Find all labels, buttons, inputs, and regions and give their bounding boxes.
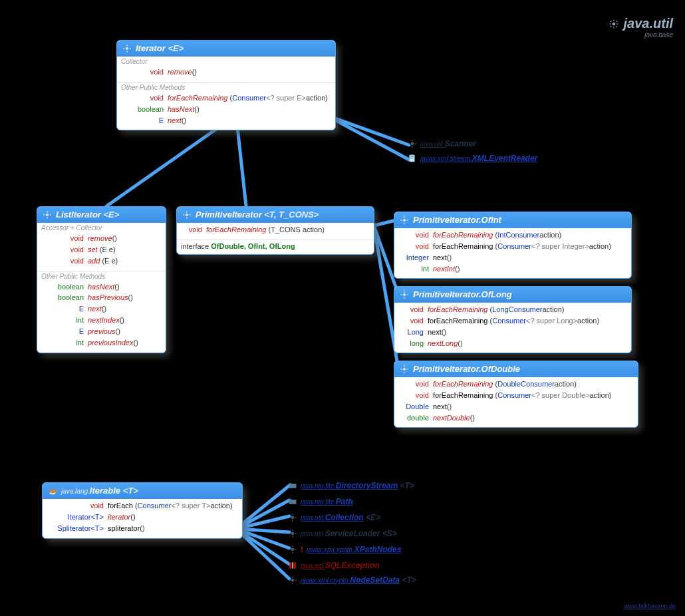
class-name: PrimitiveIterator.OfInt <box>413 215 501 225</box>
class-name: PrimitiveIterator <box>196 210 262 220</box>
method-row[interactable]: voidforEachRemaining (IntConsumer action… <box>397 230 628 241</box>
svg-rect-20 <box>616 25 617 27</box>
method-row[interactable]: booleanhasNext() <box>40 281 163 293</box>
class-box-iterable[interactable]: java.lang.Iterable <T> voidforEach (Cons… <box>42 482 243 539</box>
svg-line-7 <box>236 486 289 529</box>
package-prefix: java.lang. <box>61 488 90 495</box>
method-row[interactable]: intnextIndex() <box>40 315 163 326</box>
method-row[interactable]: Enext() <box>120 115 333 126</box>
ref-directorystream[interactable]: java.nio.file.DirectoryStream <T> <box>287 480 414 490</box>
gear-icon <box>287 544 297 554</box>
ref-xmleventreader[interactable]: javax.xml.stream.XMLEventReader <box>407 153 538 163</box>
method-row[interactable]: intnextInt() <box>397 263 628 275</box>
method-row[interactable]: intpreviousIndex() <box>40 337 163 349</box>
section-label: Collector <box>117 57 335 65</box>
svg-rect-71 <box>295 533 296 534</box>
method-row[interactable]: longnextLong() <box>397 338 628 349</box>
method-row[interactable]: voidset (E e) <box>40 244 163 255</box>
svg-rect-21 <box>616 20 617 21</box>
svg-rect-18 <box>616 23 618 24</box>
gear-icon <box>400 290 409 299</box>
method-row[interactable]: doublenextDouble() <box>397 412 635 424</box>
gear-icon <box>287 575 297 585</box>
ref-serviceloader[interactable]: java.util.ServiceLoader <S> <box>287 528 397 538</box>
class-box-listiterator[interactable]: ListIterator <E> Accessor + Collector vo… <box>37 206 166 353</box>
svg-point-80 <box>291 578 294 581</box>
method-row[interactable]: Iterator<T>iterator() <box>45 512 239 523</box>
credit-link[interactable]: www.falkhausen.de <box>624 603 676 609</box>
svg-point-38 <box>403 218 406 221</box>
svg-rect-17 <box>609 23 611 24</box>
ref-xpathnodes[interactable]: ! javax.xml.xpath.XPathNodes <box>287 544 401 554</box>
method-row[interactable]: voidforEachRemaining (Consumer<? super I… <box>397 241 628 252</box>
svg-rect-81 <box>292 576 293 577</box>
package-title: java.util java.base <box>609 16 673 39</box>
method-row[interactable]: booleanhasPrevious() <box>40 292 163 303</box>
method-row[interactable]: voidforEachRemaining (DoubleConsumer act… <box>397 379 635 390</box>
method-row[interactable]: Doublenext() <box>397 401 635 412</box>
svg-rect-69 <box>292 536 293 537</box>
svg-point-14 <box>612 22 615 25</box>
svg-rect-16 <box>613 27 614 28</box>
svg-rect-74 <box>292 551 293 553</box>
method-row[interactable]: Longnext() <box>397 327 628 338</box>
svg-rect-46 <box>400 294 402 295</box>
svg-rect-32 <box>50 214 51 215</box>
ref-nodesetdata[interactable]: javax.xml.crypto.NodeSetData <T> <box>287 575 416 585</box>
ref-scanner[interactable]: java.util.Scanner <box>407 138 476 148</box>
svg-line-9 <box>236 516 289 529</box>
method-row[interactable]: voidforEachRemaining (Consumer<? super D… <box>397 390 635 401</box>
method-row[interactable]: Enext() <box>40 303 163 315</box>
method-row[interactable]: voidremove() <box>40 233 163 244</box>
ref-collection[interactable]: java.util.Collection <E> <box>287 512 380 522</box>
method-row[interactable]: voidadd (E e) <box>40 255 163 267</box>
svg-rect-82 <box>292 582 293 583</box>
method-row[interactable]: voidforEachRemaining (LongConsumer actio… <box>397 304 628 315</box>
gear-icon <box>609 19 618 29</box>
svg-point-72 <box>291 547 294 551</box>
method-row[interactable]: voidforEach (Consumer<? super T> action) <box>45 500 239 512</box>
class-name: ListIterator <box>56 210 101 220</box>
gear-icon <box>407 138 417 148</box>
svg-line-2 <box>326 115 409 145</box>
svg-rect-39 <box>404 216 404 218</box>
svg-rect-26 <box>123 48 124 49</box>
class-name: Iterable <box>90 486 120 496</box>
class-box-oflong[interactable]: PrimitiveIterator.OfLong voidforEachRema… <box>394 286 632 353</box>
ref-sqlexception[interactable]: java.sql.SQLException <box>287 560 380 570</box>
method-row[interactable]: voidforEachRemaining (Consumer<? super E… <box>120 92 333 104</box>
gear-icon <box>43 210 52 220</box>
svg-rect-78 <box>291 562 293 568</box>
diagram-canvas: java.util java.base Iterator <E> Collect… <box>0 0 685 616</box>
svg-rect-73 <box>292 545 293 547</box>
method-row[interactable]: voidremove() <box>120 67 333 78</box>
class-box-ofint[interactable]: PrimitiveIterator.OfInt voidforEachRemai… <box>394 212 632 279</box>
svg-rect-36 <box>183 214 184 215</box>
svg-rect-68 <box>292 530 293 531</box>
method-row[interactable]: booleanhasNext() <box>120 104 333 115</box>
type-params: <E> <box>104 210 120 220</box>
svg-rect-70 <box>289 533 290 534</box>
method-row[interactable]: Integernext() <box>397 252 628 263</box>
svg-line-11 <box>236 529 289 548</box>
module-name: java.base <box>609 31 673 39</box>
gear-icon <box>287 512 297 522</box>
class-box-ofdouble[interactable]: PrimitiveIterator.OfDouble voidforEachRe… <box>394 361 638 428</box>
doc-icon <box>407 153 417 163</box>
svg-point-23 <box>126 47 128 49</box>
box-header: PrimitiveIterator <T, T_CONS> <box>177 207 374 223</box>
class-box-iterator[interactable]: Iterator <E> Collector voidremove() Othe… <box>116 40 336 130</box>
title-text: java.util <box>624 16 673 31</box>
class-box-primitiveiterator[interactable]: PrimitiveIterator <T, T_CONS> voidforEac… <box>176 206 374 255</box>
method-row[interactable]: voidforEachRemaining (Consumer<? super L… <box>397 315 628 327</box>
svg-line-8 <box>236 500 289 529</box>
method-row[interactable]: Spliterator<T>spliterator() <box>45 523 239 534</box>
box-header: PrimitiveIterator.OfLong <box>394 287 631 303</box>
svg-rect-31 <box>43 214 45 215</box>
svg-rect-75 <box>289 549 290 549</box>
method-row[interactable]: Eprevious() <box>40 326 163 337</box>
ref-path[interactable]: java.nio.file.Path <box>287 496 353 506</box>
warn-icon <box>287 560 297 570</box>
method-row[interactable]: voidforEachRemaining (T_CONS action) <box>180 224 371 235</box>
svg-rect-76 <box>295 549 296 549</box>
